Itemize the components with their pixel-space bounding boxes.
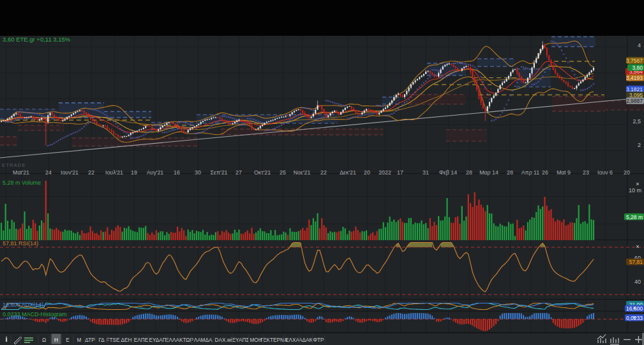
svg-text:3,60 ETE.gr +0,11 3,15%: 3,60 ETE.gr +0,11 3,15% [3, 36, 71, 43]
svg-text:ΕΛΧΑ: ΕΛΧΑ [285, 337, 299, 343]
svg-text:3,7567: 3,7567 [626, 57, 643, 64]
svg-text:23: 23 [583, 169, 589, 176]
svg-text:Ω: Ω [42, 337, 46, 343]
svg-text:H: H [54, 337, 58, 343]
svg-text:19: 19 [131, 169, 137, 176]
svg-text:25: 25 [280, 169, 286, 176]
svg-text:×: × [633, 305, 636, 311]
svg-text:Απρ 11: Απρ 11 [521, 169, 540, 176]
svg-text:Μαϊ 9: Μαϊ 9 [557, 169, 571, 176]
svg-text:i: i [5, 335, 7, 343]
svg-text:Ιουλ'21: Ιουλ'21 [105, 169, 123, 176]
svg-text:ΓΔ: ΓΔ [98, 337, 105, 343]
svg-text:ΔΤΡ: ΔΤΡ [85, 337, 95, 343]
svg-text:2022: 2022 [378, 169, 391, 176]
svg-text:2,5: 2,5 [633, 118, 641, 125]
svg-text:ΛΑΜΔΑ: ΛΑΜΔΑ [194, 337, 213, 343]
svg-text:16: 16 [174, 169, 180, 176]
svg-text:×: × [636, 243, 639, 250]
svg-text:ΕΥΔΑΠ: ΕΥΔΑΠ [149, 337, 166, 343]
svg-text:24: 24 [45, 169, 52, 176]
svg-text:4: 4 [638, 42, 641, 49]
svg-text:3,60: 3,60 [632, 65, 643, 71]
svg-text:ΦΤΡ: ΦΤΡ [313, 337, 325, 343]
svg-text:Μαϊ'21: Μαϊ'21 [13, 169, 29, 176]
svg-text:20: 20 [364, 169, 370, 176]
svg-text:Νοε'21: Νοε'21 [294, 169, 311, 176]
svg-text:31: 31 [423, 169, 429, 176]
svg-text:FTSE: FTSE [107, 337, 120, 343]
svg-text:Μαρ 14: Μαρ 14 [479, 169, 498, 176]
svg-text:3,1821: 3,1821 [626, 86, 643, 93]
svg-text:×: × [636, 181, 639, 187]
svg-text:ΔΕΗ: ΔΕΗ [121, 337, 132, 343]
svg-text:20: 20 [624, 169, 630, 176]
svg-text:28: 28 [507, 169, 513, 176]
svg-text:26: 26 [542, 169, 548, 176]
svg-text:×: × [633, 314, 636, 321]
svg-text:5,28 m: 5,28 m [626, 214, 643, 220]
svg-text:2,9887: 2,9887 [626, 98, 643, 104]
svg-text:ΑΔΑΚ: ΑΔΑΚ [299, 337, 313, 343]
svg-text:40: 40 [634, 279, 641, 285]
svg-text:16,600 ADX(14): 16,600 ADX(14) [3, 302, 43, 308]
svg-text:Αυγ'21: Αυγ'21 [147, 169, 164, 176]
svg-text:DAX.wi: DAX.wi [215, 337, 232, 343]
svg-text:Ιουν 6: Ιουν 6 [597, 169, 613, 176]
svg-text:57,81: 57,81 [629, 259, 643, 265]
svg-text:ΕΛΛΑΚΤΩΡ: ΕΛΛΑΚΤΩΡ [165, 337, 193, 343]
svg-text:57,81 RSI(14): 57,81 RSI(14) [3, 240, 38, 247]
svg-text:Ιουν'21: Ιουν'21 [61, 169, 79, 176]
svg-text:Οκτ'21: Οκτ'21 [254, 169, 271, 176]
svg-text:M: M [77, 337, 82, 343]
svg-text:10 m: 10 m [629, 187, 641, 194]
svg-text:30: 30 [195, 169, 201, 176]
svg-text:ΓΕΚΤΕΡΝΑ: ΓΕΚΤΕΡΝΑ [260, 337, 288, 343]
svg-text:17: 17 [397, 169, 403, 176]
svg-text:22: 22 [320, 169, 327, 176]
svg-text:5,28 m Volume: 5,28 m Volume [3, 180, 41, 186]
svg-text:Δεκ'21: Δεκ'21 [340, 169, 356, 176]
svg-text:27: 27 [236, 169, 242, 176]
svg-text:E: E [66, 337, 70, 343]
svg-text:0,0233 MACD-Histogram: 0,0233 MACD-Histogram [3, 311, 67, 318]
svg-text:22: 22 [88, 169, 94, 176]
svg-text:ΕΛΠΕ: ΕΛΠΕ [134, 337, 149, 343]
svg-text:3,4193: 3,4193 [626, 75, 643, 81]
svg-text:28: 28 [466, 169, 472, 176]
svg-text:2: 2 [638, 142, 641, 148]
svg-text:Σεπ'21: Σεπ'21 [211, 169, 228, 176]
svg-text:ΕΥΑΠΣ: ΕΥΑΠΣ [232, 337, 250, 343]
svg-text:Φεβ 14: Φεβ 14 [439, 169, 457, 176]
svg-text:ETRADE: ETRADE [2, 162, 26, 168]
